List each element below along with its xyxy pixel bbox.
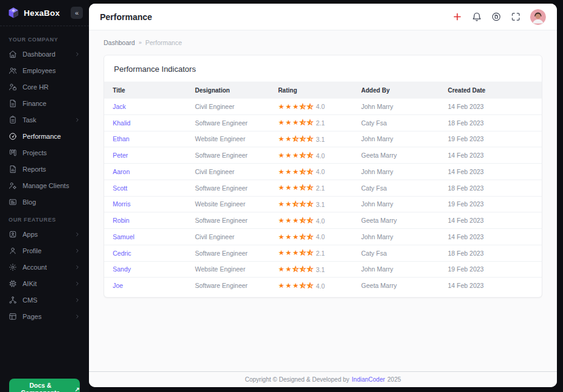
employee-name-link[interactable]: Ethan [113, 135, 129, 142]
table-row: RobinSoftware Engineer★★★★★★★4.0Geeta Ma… [104, 212, 542, 229]
table-row: EthanWebsite Engineer★★★★★★★★3.1John Mar… [104, 131, 542, 147]
employee-name-link[interactable]: Khalid [113, 119, 130, 127]
star-half-icon: ★★ [307, 234, 313, 241]
sidebar-item-manage-clients[interactable]: Manage Clients [0, 177, 89, 194]
rating: ★★★★★★★2.1 [278, 250, 325, 257]
employee-name-link[interactable]: Cedric [113, 250, 131, 257]
table-row: SamuelCivil Engineer★★★★★★★4.0John Marry… [104, 229, 542, 245]
user-avatar[interactable] [530, 9, 546, 25]
designation-cell: Website Engineer [186, 196, 269, 212]
employee-name-link[interactable]: Scott [113, 184, 127, 192]
sidebar-item-performance[interactable]: Performance [0, 128, 89, 144]
star-full-icon: ★ [285, 169, 291, 176]
star-full-icon: ★ [292, 103, 299, 111]
docs-components-button[interactable]: Docs & Components ↗ [9, 379, 80, 392]
employee-name-link[interactable]: Joe [113, 282, 123, 289]
sidebar-item-label: Finance [23, 100, 46, 107]
star-full-icon: ★ [292, 282, 299, 290]
star-half-icon: ★★ [292, 136, 299, 143]
star-full-icon: ★ [278, 152, 284, 159]
chevron-right-icon [74, 281, 80, 287]
star-full-icon: ★ [285, 266, 291, 273]
footer-link[interactable]: IndianCoder [352, 376, 384, 383]
employee-name-link[interactable]: Samuel [113, 233, 135, 240]
employee-name-link[interactable]: Robin [113, 217, 129, 224]
added-by-cell: Caty Fsa [353, 245, 439, 261]
gear-icon [9, 263, 17, 271]
employee-name-link[interactable]: Morris [113, 200, 130, 208]
rating-value: 4.0 [316, 103, 325, 110]
sidebar-item-pages[interactable]: Pages [0, 308, 89, 324]
docs-button-label: Docs & Components [9, 382, 72, 392]
star-half-icon: ★★ [300, 136, 306, 143]
sidebar-collapse-button[interactable]: « [71, 7, 83, 19]
created-date-cell: 14 Feb 2023 [439, 164, 542, 180]
app-root: HexaBox « YOUR COMPANYDashboardEmployees… [0, 0, 563, 392]
table-row: PeterSoftware Engineer★★★★★★★4.0Geeta Ma… [104, 147, 542, 164]
add-icon[interactable] [452, 12, 462, 22]
hexabox-logo-icon [7, 7, 19, 19]
star-full-icon: ★ [285, 152, 291, 159]
footer-year: 2025 [388, 376, 401, 383]
rating: ★★★★★★★4.0 [278, 233, 325, 240]
sidebar-item-profile[interactable]: Profile [0, 242, 89, 259]
designation-cell: Software Engineer [186, 114, 269, 131]
table-header-row: TitleDesignationRatingAdded ByCreated Da… [104, 82, 542, 99]
sidebar-item-blog[interactable]: Blog [0, 194, 89, 210]
created-date-cell: 19 Feb 2023 [439, 196, 542, 212]
rating: ★★★★★★★4.0 [278, 152, 325, 159]
star-full-icon: ★ [278, 119, 284, 127]
external-link-icon: ↗ [75, 386, 80, 392]
star-half-icon: ★★ [300, 119, 306, 127]
sidebar-item-dashboard[interactable]: Dashboard [0, 46, 89, 62]
cpu-icon [9, 279, 17, 288]
designation-cell: Software Engineer [186, 212, 269, 229]
employee-name-link[interactable]: Sandy [113, 265, 131, 273]
chevron-right-icon [74, 313, 80, 320]
sidebar-item-aikit[interactable]: AIKit [0, 275, 89, 292]
employee-name-link[interactable]: Jack [113, 103, 126, 110]
star-half-icon: ★★ [300, 103, 306, 111]
created-date-cell: 18 Feb 2023 [439, 245, 542, 261]
sidebar-item-employees[interactable]: Employees [0, 62, 89, 79]
sidebar-item-task[interactable]: Task [0, 111, 89, 128]
performance-indicators-card: Performance Indicators TitleDesignationR… [104, 55, 542, 298]
table-row: ScottSoftware Engineer★★★★★★★2.1Caty Fsa… [104, 180, 542, 196]
brand-title: HexaBox [24, 9, 66, 18]
column-header-added-by: Added By [353, 82, 439, 99]
table-row: JoeSoftware Engineer★★★★★★★4.0Geeta Marr… [104, 278, 542, 293]
performance-table: TitleDesignationRatingAdded ByCreated Da… [104, 82, 542, 293]
sidebar-item-reports[interactable]: Reports [0, 161, 89, 177]
column-header-title: Title [104, 82, 186, 99]
designation-cell: Website Engineer [186, 261, 269, 278]
star-half-icon: ★★ [300, 201, 306, 208]
sidebar-item-label: Performance [23, 133, 61, 140]
file-circle-icon[interactable] [491, 12, 501, 22]
rating: ★★★★★★★2.1 [278, 184, 325, 192]
chevron-right-icon [74, 51, 80, 57]
sidebar-item-finance[interactable]: Finance [0, 95, 89, 111]
star-full-icon: ★ [278, 266, 284, 273]
star-full-icon: ★ [278, 250, 284, 257]
created-date-cell: 14 Feb 2023 [439, 229, 542, 245]
sidebar-item-core-hr[interactable]: Core HR [0, 79, 89, 95]
bell-icon[interactable] [472, 12, 482, 22]
chevron-right-icon [74, 231, 80, 237]
breadcrumb-dashboard[interactable]: Dashboard [104, 39, 135, 46]
star-half-icon: ★★ [307, 152, 313, 159]
rating: ★★★★★★★4.0 [278, 282, 325, 290]
sidebar-item-projects[interactable]: Projects [0, 144, 89, 161]
breadcrumb: Dashboard » Performance [104, 39, 542, 46]
sidebar-item-cms[interactable]: CMS [0, 292, 89, 308]
sidebar-item-apps[interactable]: Apps [0, 226, 89, 242]
star-half-icon: ★★ [300, 169, 306, 176]
employee-name-link[interactable]: Aaron [113, 168, 130, 175]
sidebar-item-account[interactable]: Account [0, 259, 89, 275]
star-full-icon: ★ [285, 234, 291, 241]
star-full-icon: ★ [292, 184, 299, 192]
sidebar-item-label: Projects [23, 149, 47, 156]
clipboard-icon [9, 116, 17, 124]
star-full-icon: ★ [278, 184, 284, 192]
expand-icon[interactable] [511, 12, 521, 22]
employee-name-link[interactable]: Peter [113, 152, 128, 159]
